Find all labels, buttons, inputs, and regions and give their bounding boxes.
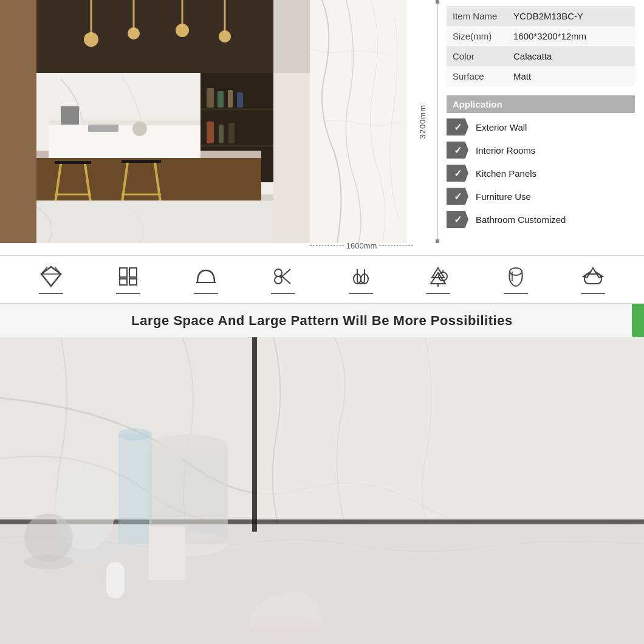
svg-point-27	[132, 122, 147, 136]
arch-icon	[195, 265, 217, 290]
scissors-icon	[272, 265, 294, 290]
svg-rect-36	[0, 200, 310, 243]
check-icon-kitchen	[447, 165, 468, 182]
svg-point-3	[84, 32, 98, 47]
svg-rect-78	[252, 337, 257, 532]
feature-recycle	[581, 265, 605, 294]
check-icon-bathroom	[447, 211, 468, 228]
svg-rect-38	[273, 73, 310, 243]
application-list: Exterior Wall Interior Rooms Kitchen Pan…	[447, 116, 635, 230]
svg-rect-63	[255, 337, 644, 532]
svg-rect-15	[218, 91, 224, 108]
svg-point-5	[128, 27, 140, 39]
feature-layers	[116, 265, 140, 294]
svg-rect-46	[120, 279, 127, 285]
feature-droplets	[349, 265, 373, 294]
color-label: Color	[447, 46, 507, 66]
recycle-icon	[582, 265, 604, 290]
feature-line-3	[194, 293, 218, 294]
svg-point-75	[24, 513, 73, 562]
surface-value: Matt	[507, 66, 635, 86]
svg-point-68	[149, 434, 228, 459]
top-section: 3200mm Item Name YCDB2M13BC-Y Size(mm) 1…	[0, 0, 644, 255]
check-icon-interior	[447, 142, 468, 159]
horizontal-dim-text: 1600mm	[346, 241, 377, 250]
feature-line-1	[39, 293, 63, 294]
tile-section: 3200mm	[310, 0, 437, 243]
svg-rect-19	[219, 125, 224, 143]
dimension-vertical-label: 3200mm	[407, 0, 437, 243]
svg-rect-44	[120, 268, 127, 277]
feature-tree	[426, 265, 450, 294]
item-name-value: YCDB2M13BC-Y	[507, 6, 635, 26]
feature-arch	[194, 265, 218, 294]
bottom-marble-image	[0, 337, 644, 644]
layers-icon	[117, 265, 139, 290]
svg-rect-26	[88, 125, 118, 132]
diamond-icon	[40, 265, 62, 290]
color-value: Calacatta	[507, 46, 635, 66]
svg-point-72	[118, 428, 152, 440]
app-exterior-text: Exterior Wall	[476, 122, 527, 132]
horizontal-dimension: 1600mm	[310, 241, 413, 250]
feature-line-2	[116, 293, 140, 294]
svg-point-60	[510, 268, 522, 275]
application-label: Application	[447, 95, 635, 113]
app-bathroom-text: Bathroom Customized	[476, 214, 566, 225]
svg-rect-14	[207, 88, 214, 108]
app-kitchen-text: Kitchen Panels	[476, 168, 536, 179]
svg-rect-71	[118, 434, 152, 544]
tree-icon	[427, 265, 449, 290]
feature-line-5	[349, 293, 373, 294]
kitchen-image	[0, 0, 310, 243]
app-interior-text: Interior Rooms	[476, 145, 535, 156]
svg-rect-20	[228, 123, 235, 143]
svg-point-9	[219, 30, 231, 43]
hand-icon	[505, 265, 527, 290]
vertical-dim-text: 3200mm	[418, 104, 427, 139]
svg-rect-37	[0, 0, 36, 243]
app-item-interior: Interior Rooms	[447, 139, 635, 161]
size-label: Size(mm)	[447, 26, 507, 46]
tagline-text: Large Space And Large Pattern Will Be Mo…	[131, 313, 512, 329]
item-name-label: Item Name	[447, 6, 507, 26]
svg-rect-28	[55, 161, 91, 164]
tile-image	[310, 0, 407, 243]
size-value: 1600*3200*12mm	[507, 26, 635, 46]
surface-label: Surface	[447, 66, 507, 86]
svg-rect-21	[30, 152, 261, 200]
check-icon-exterior	[447, 118, 468, 135]
feature-line-7	[504, 293, 528, 294]
svg-rect-76	[106, 562, 125, 598]
svg-point-7	[176, 24, 189, 37]
feature-scissors	[271, 265, 295, 294]
svg-rect-16	[228, 90, 233, 108]
check-icon-furniture	[447, 188, 468, 205]
features-bar	[0, 255, 644, 304]
tagline-bar: Large Space And Large Pattern Will Be Mo…	[0, 304, 644, 337]
svg-rect-18	[207, 122, 214, 143]
feature-line-8	[581, 293, 605, 294]
feature-line-6	[426, 293, 450, 294]
app-item-kitchen: Kitchen Panels	[447, 162, 635, 184]
feature-hand	[504, 265, 528, 294]
svg-rect-45	[129, 268, 137, 277]
app-item-exterior: Exterior Wall	[447, 116, 635, 138]
svg-rect-1	[36, 0, 273, 73]
svg-rect-73	[149, 526, 185, 580]
droplet-icon	[350, 265, 372, 290]
svg-marker-40	[41, 267, 61, 286]
app-furniture-text: Furniture Use	[476, 191, 531, 202]
app-item-furniture: Furniture Use	[447, 185, 635, 207]
svg-rect-25	[61, 106, 79, 125]
green-indicator	[632, 304, 644, 337]
svg-rect-23	[49, 122, 200, 158]
feature-line-4	[271, 293, 295, 294]
svg-rect-32	[122, 160, 161, 163]
info-panel: Item Name YCDB2M13BC-Y Size(mm) 1600*320…	[437, 0, 644, 255]
svg-rect-17	[237, 92, 243, 108]
product-specs-table: Item Name YCDB2M13BC-Y Size(mm) 1600*320…	[447, 6, 635, 86]
svg-rect-47	[129, 279, 137, 285]
app-item-bathroom: Bathroom Customized	[447, 208, 635, 230]
feature-diamond	[39, 265, 63, 294]
